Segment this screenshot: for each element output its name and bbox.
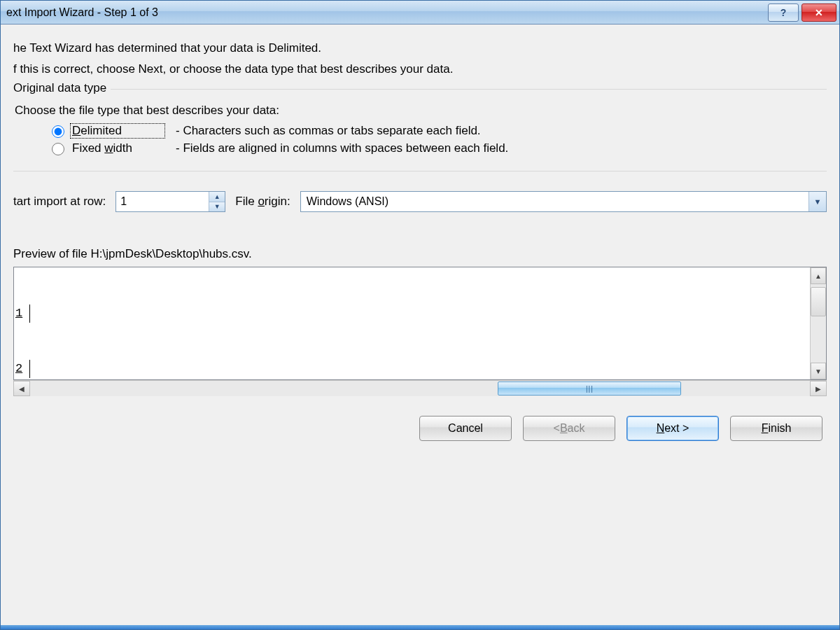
- preview-vertical-scrollbar[interactable]: ▲ ▼: [810, 267, 826, 379]
- fixed-width-radio[interactable]: [52, 143, 64, 155]
- preview-panel: 1 2 3ws Server 2003 and 2008","Published…: [13, 267, 827, 380]
- close-icon: ✕: [815, 7, 823, 18]
- start-import-row-input[interactable]: [116, 192, 209, 211]
- help-icon: ?: [780, 7, 787, 18]
- text-import-wizard-dialog: ext Import Wizard - Step 1 of 3 ? ✕ he T…: [0, 0, 840, 630]
- intro-line-1: he Text Wizard has determined that your …: [13, 41, 827, 55]
- preview-row-content: [30, 304, 31, 323]
- cancel-button[interactable]: Cancel: [419, 416, 512, 441]
- spinner-down-button[interactable]: ▼: [209, 202, 225, 212]
- start-import-row-label: tart import at row:: [13, 195, 106, 209]
- delimited-radio[interactable]: [52, 125, 64, 138]
- scroll-right-button[interactable]: ▶: [810, 381, 827, 396]
- window-title: ext Import Wizard - Step 1 of 3: [6, 6, 768, 19]
- back-button[interactable]: < Back: [523, 416, 615, 441]
- preview-label: Preview of file H:\jpmDesk\Desktop\hubs.…: [13, 247, 827, 261]
- vertical-scroll-thumb[interactable]: [811, 287, 826, 316]
- close-button[interactable]: ✕: [802, 4, 836, 22]
- file-origin-combo[interactable]: ▼: [300, 191, 827, 212]
- preview-text-area: 1 2 3ws Server 2003 and 2008","Published…: [14, 267, 810, 379]
- intro-line-2: f this is correct, choose Next, or choos…: [13, 62, 827, 76]
- horizontal-scroll-thumb[interactable]: |||: [498, 382, 681, 396]
- divider: [13, 171, 827, 172]
- original-data-type-legend: Original data type: [13, 81, 111, 95]
- preview-horizontal-scrollbar[interactable]: ◀ ||| ▶: [13, 380, 827, 396]
- scroll-up-button[interactable]: ▲: [811, 267, 826, 284]
- titlebar: ext Import Wizard - Step 1 of 3 ? ✕: [1, 1, 839, 24]
- spinner-up-button[interactable]: ▲: [209, 192, 225, 202]
- preview-row-content: [30, 360, 31, 378]
- file-origin-dropdown-button[interactable]: ▼: [808, 192, 826, 211]
- original-data-type-group: Original data type Choose the file type …: [13, 89, 827, 165]
- fixed-width-radio-label[interactable]: Fixed width: [71, 141, 164, 155]
- start-import-row-spinner[interactable]: ▲ ▼: [115, 191, 225, 212]
- help-button[interactable]: ?: [768, 4, 799, 22]
- scroll-left-button[interactable]: ◀: [13, 381, 30, 396]
- preview-row-number: 2: [14, 360, 30, 378]
- file-origin-input[interactable]: [301, 192, 808, 211]
- choose-file-type-label: Choose the file type that best describes…: [15, 104, 827, 118]
- delimited-description: - Characters such as commas or tabs sepa…: [176, 124, 481, 138]
- dialog-bottom-border: [1, 625, 839, 629]
- file-origin-label: File origin:: [235, 195, 290, 209]
- next-button[interactable]: Next >: [626, 416, 719, 441]
- preview-row-number: 1: [14, 304, 30, 323]
- scroll-down-button[interactable]: ▼: [811, 363, 826, 379]
- fixed-width-description: - Fields are aligned in columns with spa…: [176, 141, 508, 155]
- delimited-radio-label[interactable]: Delimited: [71, 124, 164, 138]
- finish-button[interactable]: Finish: [730, 416, 822, 441]
